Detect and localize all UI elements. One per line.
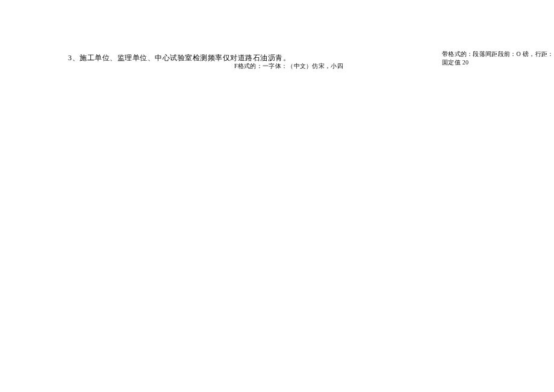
format-annotation-2: 带格式的：段落间距段前：O 磅，行距：固定值 20 [442,50,554,67]
item-separator: 、 [72,54,80,62]
format-annotation-1: F格式的：一字体：（中文）仿宋，小四 [234,62,343,70]
item-text: 施工单位、监理单位、中心试验室检测频率仅对道路石油沥青。 [79,54,290,62]
